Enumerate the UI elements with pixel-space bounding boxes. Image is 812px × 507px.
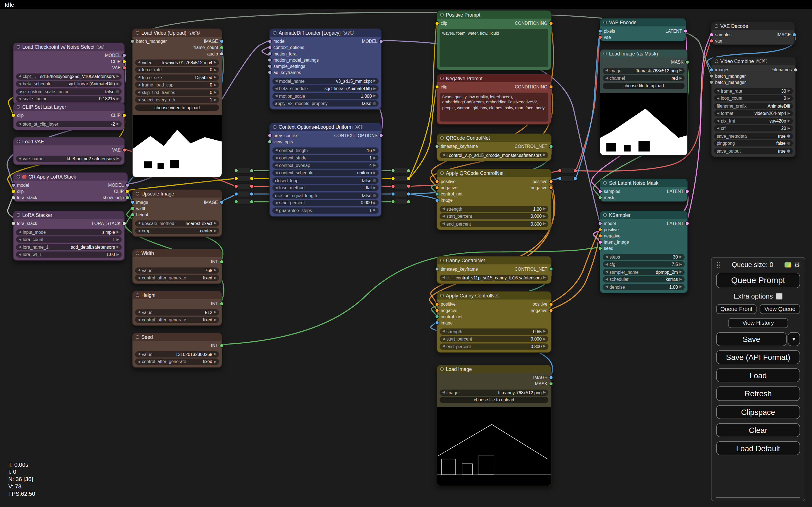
input-slot-dot[interactable] xyxy=(11,221,15,226)
widget-control_after_generate[interactable]: ◀control_after_generatefixed▶ xyxy=(135,275,219,281)
node-apply-qrcode-controlnet[interactable]: Apply QRCode ControlNetpositivepositiven… xyxy=(437,169,552,230)
widget-increment-arrow[interactable]: ▶ xyxy=(788,97,790,100)
widget-increment-arrow[interactable]: ▶ xyxy=(373,94,376,98)
node-context-options[interactable]: Context Options◆Looped UniformⒶⒹprev_con… xyxy=(269,122,382,216)
output-slot-dot[interactable] xyxy=(549,179,553,184)
widget-force_rate[interactable]: ◀force_rate0▶ xyxy=(135,67,219,73)
node-animatediff-loader[interactable]: AnimateDiff Loader [Legacy]ⒶⒹ①modelMODEL… xyxy=(269,29,382,110)
output-slot-dot[interactable] xyxy=(685,221,689,226)
queue-prompt-button[interactable]: Queue Prompt xyxy=(716,273,800,288)
widget-decrement-arrow[interactable]: ◀ xyxy=(18,82,21,86)
node-title-load-checkpoint[interactable]: Load Checkpoint w/ Noise SelectⒶⒹ xyxy=(13,43,124,51)
widget-context_length[interactable]: ◀context_length16▶ xyxy=(272,147,378,154)
output-slot-dot[interactable] xyxy=(549,144,553,149)
reroute-node[interactable] xyxy=(559,175,576,182)
save-api-button[interactable]: Save (API Format) xyxy=(716,350,800,364)
output-slot-dot[interactable] xyxy=(125,195,130,200)
widget-control_net_name[interactable]: ◀control_net_namecontrol_v1p_sd15_qrcode… xyxy=(440,152,548,158)
input-slot-dot[interactable] xyxy=(268,46,272,50)
widget-increment-arrow[interactable]: ▶ xyxy=(373,149,376,152)
node-qrcode-controlnet[interactable]: QRCode ControlNettimestep_keyframeCONTRO… xyxy=(437,133,552,161)
collapse-dot[interactable] xyxy=(603,52,607,55)
output-slot-dot[interactable] xyxy=(685,189,689,193)
collapse-dot[interactable] xyxy=(17,105,20,109)
input-slot-dot[interactable] xyxy=(598,195,602,200)
widget-increment-arrow[interactable]: ▶ xyxy=(116,97,119,101)
node-title-set-latent-noise-mask[interactable]: Set Latent Noise Mask xyxy=(600,179,688,187)
node-lora-stacker[interactable]: LoRA Stackerlora_stackLORA_STACK◀input_m… xyxy=(13,211,125,261)
output-slot-dot[interactable] xyxy=(220,52,224,56)
node-load-vae[interactable]: Load VAEVAE◀vae_namekl-f8-anime2.safeten… xyxy=(13,137,125,165)
toggle-indicator[interactable] xyxy=(116,90,119,93)
input-slot-dot[interactable] xyxy=(598,221,602,226)
collapse-dot[interactable] xyxy=(603,20,607,24)
node-set-latent-noise-mask[interactable]: Set Latent Noise MasksamplesLATENTmask xyxy=(600,179,688,202)
widget-increment-arrow[interactable]: ▶ xyxy=(788,119,790,122)
widget-decrement-arrow[interactable]: ◀ xyxy=(138,229,140,232)
output-slot-dot[interactable] xyxy=(685,60,689,64)
widget-increment-arrow[interactable]: ▶ xyxy=(543,276,546,279)
input-slot-dot[interactable] xyxy=(268,70,272,75)
widget-decrement-arrow[interactable]: ◀ xyxy=(275,164,277,167)
widget-channel[interactable]: ◀channelred▶ xyxy=(603,75,684,81)
collapse-dot[interactable] xyxy=(440,171,444,175)
output-slot-dot[interactable] xyxy=(122,148,126,152)
widget-increment-arrow[interactable]: ▶ xyxy=(214,76,216,79)
widget-increment-arrow[interactable]: ▶ xyxy=(116,245,119,249)
input-slot-dot[interactable] xyxy=(11,195,15,200)
widget-upscale_method[interactable]: ◀upscale_methodnearest-exact▶ xyxy=(135,220,219,226)
widget-pingpong[interactable]: pingpongfalse xyxy=(714,140,793,147)
collapse-dot[interactable] xyxy=(715,59,718,63)
clear-button[interactable]: Clear xyxy=(716,423,800,437)
node-title-vae-encode[interactable]: VAE Encode xyxy=(600,18,686,26)
widget-format[interactable]: ◀formatvideo/h264-mp4▶ xyxy=(714,110,793,116)
toggle-indicator[interactable] xyxy=(373,179,376,182)
output-slot-dot[interactable] xyxy=(122,53,126,57)
input-slot-dot[interactable] xyxy=(391,192,395,196)
input-slot-dot[interactable] xyxy=(391,200,395,204)
widget-select_every_nth[interactable]: ◀select_every_nth1▶ xyxy=(135,97,219,103)
output-slot-dot[interactable] xyxy=(407,192,411,196)
widget-increment-arrow[interactable]: ▶ xyxy=(543,330,546,333)
input-slot-dot[interactable] xyxy=(435,186,439,190)
widget-increment-arrow[interactable]: ▶ xyxy=(679,255,682,259)
node-vae-decode[interactable]: VAE DecodesamplesIMAGEvae xyxy=(711,22,795,45)
widget-beta_schedule[interactable]: ◀beta_schedulesqrt_linear (AnimateDiff)▶ xyxy=(16,81,122,87)
widget-decrement-arrow[interactable]: ◀ xyxy=(18,253,21,256)
widget-increment-arrow[interactable]: ▶ xyxy=(788,127,790,130)
input-slot-dot[interactable] xyxy=(268,133,272,138)
node-title-cr-apply-lora-stack[interactable]: CR Apply LoRA Stack xyxy=(13,173,128,180)
input-slot-dot[interactable] xyxy=(598,228,602,232)
widget-increment-arrow[interactable]: ▶ xyxy=(543,153,546,157)
widget-increment-arrow[interactable]: ▶ xyxy=(788,112,790,115)
output-slot-dot[interactable] xyxy=(250,200,254,204)
node-canny-controlnet[interactable]: Canny ControlNettimestep_keyframeCONTROL… xyxy=(437,256,552,284)
input-slot-dot[interactable] xyxy=(268,52,272,56)
node-load-image-mask[interactable]: Load Image (as Mask)MASK◀imagefti-mask-7… xyxy=(600,49,688,155)
widget-image[interactable]: ◀imagefti-canny-768x512.png▶ xyxy=(440,389,548,395)
widget-start_percent[interactable]: ◀start_percent0.000▶ xyxy=(440,336,548,342)
load-default-button[interactable]: Load Default xyxy=(716,441,800,455)
widget-decrement-arrow[interactable]: ◀ xyxy=(138,61,140,64)
input-slot-dot[interactable] xyxy=(268,58,272,62)
input-slot-dot[interactable] xyxy=(435,302,439,306)
widget-decrement-arrow[interactable]: ◀ xyxy=(18,230,21,234)
view-history-button[interactable]: View History xyxy=(728,318,788,328)
widget-decrement-arrow[interactable]: ◀ xyxy=(138,269,140,272)
widget-increment-arrow[interactable]: ▶ xyxy=(214,360,216,363)
node-title-upscale-image[interactable]: Upscale Image xyxy=(133,190,221,198)
input-slot-dot[interactable] xyxy=(11,189,15,193)
collapse-dot[interactable] xyxy=(136,192,139,195)
node-apply-canny-controlnet[interactable]: Apply Canny ControlNetpositivepositivene… xyxy=(437,291,552,353)
input-slot-dot[interactable] xyxy=(11,183,15,187)
settings-gear-icon[interactable]: ⚙ xyxy=(794,261,800,269)
widget-lora_count[interactable]: ◀lora_count1▶ xyxy=(16,236,122,242)
input-slot-dot[interactable] xyxy=(435,198,439,202)
widget-increment-arrow[interactable]: ▶ xyxy=(214,229,216,232)
widget-decrement-arrow[interactable]: ◀ xyxy=(275,79,277,82)
widget-increment-arrow[interactable]: ▶ xyxy=(373,156,376,159)
widget-increment-arrow[interactable]: ▶ xyxy=(214,83,216,87)
toggle-indicator[interactable] xyxy=(373,194,376,197)
widget-decrement-arrow[interactable]: ◀ xyxy=(275,186,277,189)
widget-sampler_name[interactable]: ◀sampler_namedpmpp_2m▶ xyxy=(603,269,684,275)
